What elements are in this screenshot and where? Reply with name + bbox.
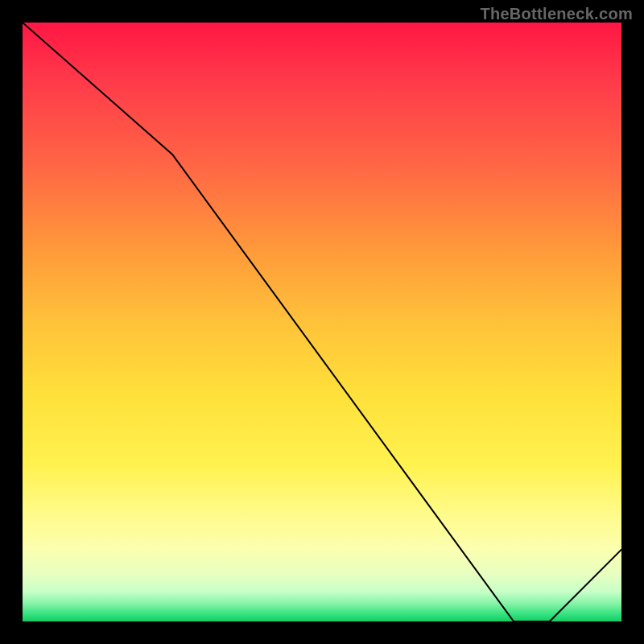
line-series (23, 23, 621, 621)
watermark-text: TheBottleneck.com (480, 5, 633, 23)
bottleneck-curve-line (23, 23, 621, 621)
plot-area (23, 23, 621, 621)
chart-root: TheBottleneck.com (0, 0, 644, 644)
